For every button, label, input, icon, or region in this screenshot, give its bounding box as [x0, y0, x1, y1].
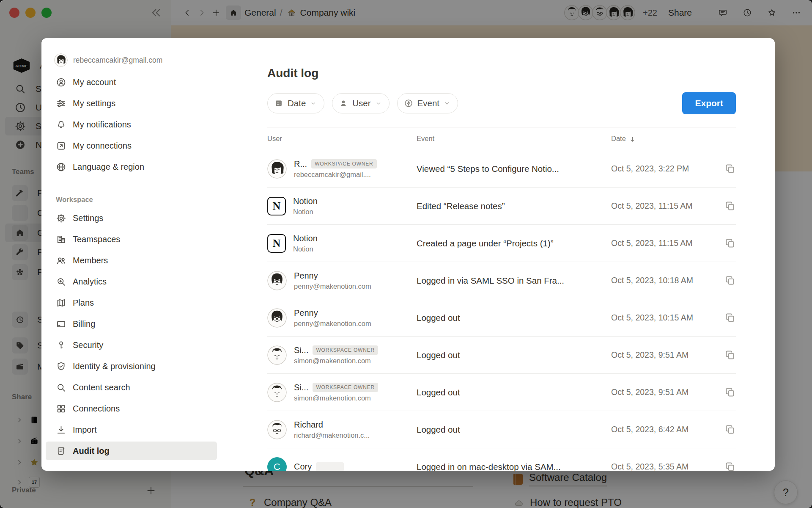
date-cell: Oct 5, 2023, 9:51 AM — [611, 349, 736, 361]
filter-chip-event[interactable]: Event — [397, 93, 458, 113]
user-name: R... — [294, 159, 307, 169]
copy-icon[interactable] — [724, 200, 736, 212]
copy-icon[interactable] — [724, 163, 736, 174]
audit-log-row[interactable]: R...WORKSPACE OWNERrebeccamcakir@gmail..… — [267, 150, 736, 188]
settings-content: Audit log DateUserEvent Export User Even… — [221, 38, 775, 471]
event-date: Oct 5, 2023, 11:15 AM — [611, 201, 693, 211]
settings-nav-language-region[interactable]: Language & region — [46, 157, 217, 176]
settings-nav-connections[interactable]: Connections — [46, 399, 217, 418]
event-cell: Logged out — [417, 425, 611, 435]
chip-label: User — [352, 98, 370, 108]
audit-log-row[interactable]: Richardrichard@makenotion.c...Logged out… — [267, 411, 736, 448]
user-name: Notion — [293, 196, 318, 206]
notion-logo-avatar: N — [267, 197, 286, 215]
nav-item-label: Teamspaces — [73, 235, 120, 244]
avatar — [267, 308, 287, 328]
user-email: penny@makenotion.com — [294, 282, 371, 290]
settings-nav-my-account[interactable]: My account — [46, 73, 217, 91]
settings-nav-my-notifications[interactable]: My notifications — [46, 115, 217, 134]
audit-log-table: User Event Date R...WORKSPACE OWNERrebec… — [267, 127, 736, 471]
date-cell: Oct 5, 2023, 11:15 AM — [611, 200, 736, 212]
filter-chip-user[interactable]: User — [332, 93, 389, 113]
nav-item-label: Language & region — [73, 162, 144, 172]
user-email: simon@makenotion.com — [294, 394, 378, 402]
audit-log-row[interactable]: CCoryLogged in on mac-desktop via SAM...… — [267, 448, 736, 471]
event-date: Oct 5, 2023, 9:51 AM — [611, 387, 689, 397]
copy-icon[interactable] — [724, 424, 736, 435]
settings-nav-plans[interactable]: Plans — [46, 293, 217, 312]
chip-label: Date — [288, 98, 306, 108]
settings-nav-analytics[interactable]: Analytics — [46, 272, 217, 291]
nav-item-label: Members — [73, 256, 108, 265]
user-cell: NNotionNotion — [267, 234, 417, 253]
user-cell: Si...WORKSPACE OWNERsimon@makenotion.com — [267, 345, 417, 365]
event-date: Oct 5, 2023, 11:15 AM — [611, 238, 693, 248]
settings-nav-members[interactable]: Members — [46, 251, 217, 270]
user-email: Notion — [293, 245, 318, 253]
account-avatar — [54, 53, 68, 67]
avatar — [267, 271, 287, 290]
filter-chip-date[interactable]: Date — [267, 93, 324, 113]
user-cell: Richardrichard@makenotion.c... — [267, 420, 417, 439]
user-cell: Si...WORKSPACE OWNERsimon@makenotion.com — [267, 383, 417, 402]
nav-item-label: Security — [73, 340, 103, 350]
copy-icon[interactable] — [724, 312, 736, 323]
settings-nav-audit-log[interactable]: Audit log — [46, 442, 217, 460]
copy-icon[interactable] — [724, 387, 736, 398]
nav-item-label: Content search — [73, 383, 130, 392]
user-name: Cory — [294, 462, 312, 471]
event-date: Oct 5, 2023, 10:15 AM — [611, 313, 693, 323]
date-cell: Oct 5, 2023, 6:42 AM — [611, 424, 736, 435]
audit-log-row[interactable]: Si...WORKSPACE OWNERsimon@makenotion.com… — [267, 374, 736, 411]
settings-nav-teamspaces[interactable]: Teamspaces — [46, 230, 217, 248]
user-name: Richard — [294, 420, 323, 430]
event-cell: Edited “Release notes” — [417, 201, 611, 211]
date-cell: Oct 5, 2023, 10:18 AM — [611, 275, 736, 286]
settings-nav-content-search[interactable]: Content search — [46, 378, 217, 397]
settings-nav-security[interactable]: Security — [46, 336, 217, 354]
notion-app-window: General / Company wiki +22 Share Teams S… — [0, 0, 812, 508]
workspace-owner-badge: WORKSPACE OWNER — [313, 345, 378, 355]
settings-nav-billing[interactable]: Billing — [46, 315, 217, 333]
settings-nav-my-settings[interactable]: My settings — [46, 94, 217, 113]
date-cell: Oct 5, 2023, 3:22 PM — [611, 163, 736, 174]
event-date: Oct 5, 2023, 6:42 AM — [611, 425, 689, 434]
avatar — [267, 420, 287, 439]
event-cell: Logged in on mac-desktop via SAM... — [417, 462, 611, 471]
audit-log-row[interactable]: Si...WORKSPACE OWNERsimon@makenotion.com… — [267, 337, 736, 374]
nav-item-label: Identity & provisioning — [73, 362, 156, 371]
audit-log-row[interactable]: Pennypenny@makenotion.comLogged in via S… — [267, 262, 736, 299]
settings-nav-identity-provisioning[interactable]: Identity & provisioning — [46, 357, 217, 375]
user-name: Notion — [293, 234, 318, 243]
nav-item-label: Import — [73, 425, 97, 435]
settings-modal: rebeccamcakir@gmail.com My accountMy set… — [41, 38, 775, 471]
audit-log-row[interactable]: NNotionNotionCreated a page under “Proje… — [267, 225, 736, 262]
event-cell: Logged in via SAML SSO in San Fra... — [417, 276, 611, 286]
date-cell: Oct 5, 2023, 5:35 AM — [611, 461, 736, 471]
sort-arrow-down-icon — [629, 135, 636, 142]
page-title: Audit log — [267, 66, 736, 80]
settings-nav-my-connections[interactable]: My connections — [46, 136, 217, 155]
copy-icon[interactable] — [724, 461, 736, 471]
notion-logo-avatar: N — [267, 234, 286, 253]
audit-log-row[interactable]: NNotionNotionEdited “Release notes”Oct 5… — [267, 188, 736, 225]
event-cell: Logged out — [417, 313, 611, 323]
audit-log-row[interactable]: Pennypenny@makenotion.comLogged outOct 5… — [267, 299, 736, 337]
nav-item-label: My connections — [73, 141, 132, 151]
workspace-owner-badge: WORKSPACE OWNER — [313, 383, 378, 392]
nav-item-label: My notifications — [73, 120, 131, 130]
event-cell: Logged out — [417, 387, 611, 398]
copy-icon[interactable] — [724, 349, 736, 361]
copy-icon[interactable] — [724, 237, 736, 249]
settings-nav-import[interactable]: Import — [46, 420, 217, 439]
copy-icon[interactable] — [724, 275, 736, 286]
nav-item-label: My account — [73, 77, 116, 87]
export-button[interactable]: Export — [682, 92, 736, 114]
user-cell: CCory — [267, 457, 417, 471]
filter-chips: DateUserEvent — [267, 93, 458, 113]
nav-item-label: Analytics — [73, 277, 107, 287]
user-email: rebeccamcakir@gmail.... — [294, 171, 377, 179]
settings-nav-settings[interactable]: Settings — [46, 209, 217, 227]
column-header-date[interactable]: Date — [611, 135, 736, 143]
event-cell: Created a page under “Projects (1)” — [417, 238, 611, 248]
